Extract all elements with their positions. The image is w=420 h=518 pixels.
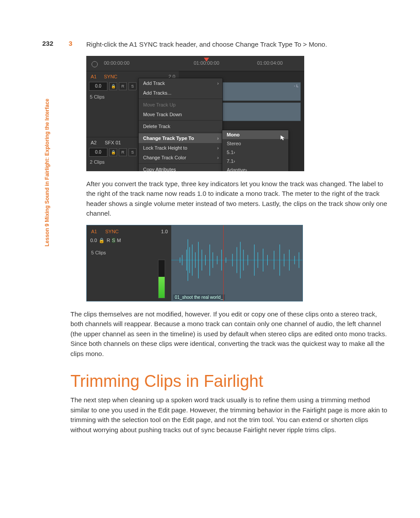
timeline-clip-a1[interactable]: - L xyxy=(214,82,301,101)
submenu-adaptive[interactable]: Adaptive› xyxy=(222,165,288,171)
section-body: The next step when cleaning up a spoken … xyxy=(70,395,389,435)
chevron-right-icon: › xyxy=(217,153,219,162)
submenu-mono[interactable]: Mono xyxy=(222,130,288,139)
submenu-7-1[interactable]: 7.1› xyxy=(222,157,288,165)
volume-meter xyxy=(158,260,165,298)
chevron-right-icon: › xyxy=(233,150,235,155)
track-a1-header-mono[interactable]: A1 SYNC 1.0 0.0 🔒 R S M 5 Clips xyxy=(87,225,172,301)
record-button[interactable]: R xyxy=(119,82,127,90)
lesson-side-label: Lesson 9 Mixing Sound in Fairlight: Expl… xyxy=(44,99,50,246)
solo-button[interactable]: S xyxy=(112,238,115,243)
record-button[interactable]: R xyxy=(119,148,127,156)
track-name: SYNC xyxy=(105,229,119,234)
playhead-marker-icon[interactable] xyxy=(204,58,209,62)
waveform-icon xyxy=(171,229,302,291)
timeline-clip-a1b[interactable] xyxy=(214,103,301,121)
clock-icon xyxy=(92,61,98,67)
track-channel-count: 1.0 xyxy=(161,229,168,234)
clip-channel-label: - L xyxy=(294,84,298,88)
track-id: A2 xyxy=(91,140,96,145)
ruler-time-2: 01:00:04:00 xyxy=(257,60,283,66)
chevron-right-icon: › xyxy=(246,167,247,171)
menu-lock-height[interactable]: Lock Track Height to› xyxy=(139,143,222,153)
timeline-clip-mono[interactable]: 01_shoot the real world_ xyxy=(171,225,302,301)
timeline-ruler: 00:00:00:00 01:00:00:00 01:00:04:00 xyxy=(86,56,304,71)
solo-button[interactable]: S xyxy=(129,82,136,90)
explain-paragraph: The clips themselves are not modified, h… xyxy=(70,309,389,359)
playhead-line[interactable] xyxy=(223,225,224,301)
lock-button[interactable]: 🔒 xyxy=(99,238,105,243)
menu-copy-attributes[interactable]: Copy Attributes xyxy=(139,165,222,171)
chevron-right-icon: › xyxy=(217,78,219,88)
page: 232 Lesson 9 Mixing Sound in Fairlight: … xyxy=(0,0,420,518)
solo-button[interactable]: S xyxy=(129,148,136,156)
clip-count: 5 Clips xyxy=(90,94,105,99)
chevron-right-icon: › xyxy=(217,133,219,143)
menu-move-down[interactable]: Move Track Down xyxy=(139,110,222,119)
track-context-menu: Add Track› Add Tracks... Move Track Up M… xyxy=(138,78,223,171)
fader-value[interactable]: 0.0 xyxy=(89,148,107,157)
screenshot-mono-track: A1 SYNC 1.0 0.0 🔒 R S M 5 Clips xyxy=(86,225,303,301)
submenu-stereo[interactable]: Stereo xyxy=(222,139,288,148)
track-id: A1 xyxy=(91,74,96,79)
menu-change-track-type[interactable]: Change Track Type To› xyxy=(139,133,222,143)
after-convert-paragraph: After you convert the track type, three … xyxy=(86,179,389,219)
record-button[interactable]: R xyxy=(107,238,110,243)
track-id: A1 xyxy=(91,229,97,234)
clip-count: 5 Clips xyxy=(91,250,106,255)
section-heading: Trimming Clips in Fairlight xyxy=(70,372,389,391)
chevron-right-icon: › xyxy=(217,143,219,153)
cursor-icon xyxy=(280,135,286,141)
menu-add-tracks[interactable]: Add Tracks... xyxy=(139,88,222,98)
ruler-time-0: 00:00:00:00 xyxy=(104,60,129,66)
track-name: SYNC xyxy=(104,74,118,79)
mute-button[interactable]: M xyxy=(117,238,121,243)
clip-filename: 01_shoot the real world_ xyxy=(173,294,225,300)
page-number: 232 xyxy=(42,40,53,47)
lock-button[interactable]: 🔒 xyxy=(109,82,117,90)
menu-add-track[interactable]: Add Track› xyxy=(139,78,222,88)
screenshot-context-menu: 00:00:00:00 01:00:00:00 01:00:04:00 A1 S… xyxy=(86,56,304,171)
chevron-right-icon: › xyxy=(233,158,235,164)
submenu-5-1[interactable]: 5.1› xyxy=(222,148,288,157)
step-instruction: Right-click the A1 SYNC track header, an… xyxy=(86,40,389,50)
menu-move-up[interactable]: Move Track Up xyxy=(139,100,222,110)
fader-value[interactable]: 0.0 xyxy=(90,238,97,243)
lock-button[interactable]: 🔒 xyxy=(109,148,117,156)
fader-value[interactable]: 0.0 xyxy=(89,82,107,91)
track-type-submenu: Mono Stereo 5.1› 7.1› Adaptive› xyxy=(222,130,289,171)
step-number: 3 xyxy=(69,40,72,47)
menu-delete-track[interactable]: Delete Track xyxy=(139,121,222,131)
track-name: SFX 01 xyxy=(105,140,121,145)
clip-count: 2 Clips xyxy=(90,159,105,165)
menu-change-color[interactable]: Change Track Color› xyxy=(139,153,222,162)
